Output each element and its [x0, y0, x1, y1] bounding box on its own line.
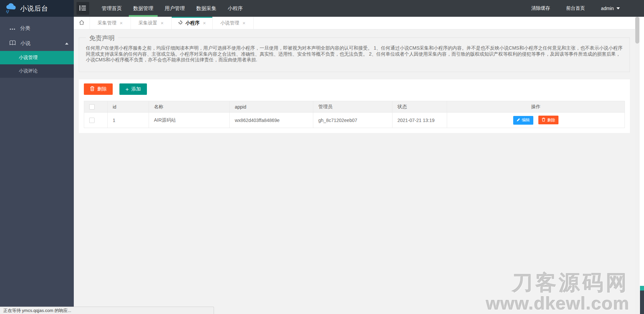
- cell-id: 1: [108, 113, 149, 128]
- column-header-name: 名称: [149, 101, 230, 113]
- delete-button[interactable]: 删除: [84, 83, 113, 95]
- nav-item-miniprogram[interactable]: 小程序: [222, 0, 249, 17]
- nav-item-user-management[interactable]: 用户管理: [159, 0, 191, 17]
- app-title: 小说后台: [20, 4, 48, 13]
- nav-item-home[interactable]: 管理首页: [96, 0, 127, 17]
- row-delete-button[interactable]: 删除: [538, 116, 558, 124]
- caret-down-icon: [616, 7, 620, 9]
- close-icon[interactable]: ×: [161, 20, 164, 26]
- watermark-line2: www.dkewl.com: [486, 294, 630, 313]
- content-scrollbar[interactable]: [635, 17, 640, 314]
- app-root: 小说后台 管理首页 数据管理 用户管理 数据采集 小程序 清除缓存 前台首页: [0, 0, 644, 314]
- row-checkbox[interactable]: [89, 118, 95, 123]
- close-icon[interactable]: ×: [120, 20, 123, 26]
- row-edit-button[interactable]: 编辑: [513, 116, 533, 125]
- menu-toggle-icon: [79, 5, 86, 12]
- select-all-checkbox[interactable]: [89, 104, 95, 110]
- novel-submenu: 小说管理 小说评论: [0, 51, 74, 78]
- sidebar-subitem-novel-comments[interactable]: 小说评论: [0, 64, 74, 78]
- plus-icon: +: [125, 86, 129, 92]
- window-scrollbar-edge[interactable]: [640, 286, 644, 314]
- chevron-up-icon: [65, 43, 68, 45]
- table-row: 1 AIR源码站 wx862d403ffa84869e gh_8c71202ee…: [84, 113, 625, 128]
- user-dropdown[interactable]: admin: [601, 6, 620, 11]
- ellipsis-icon: [9, 25, 15, 31]
- cell-status: 2021-07-21 13:19: [392, 113, 447, 128]
- miniprogram-card: 删除 + 添加 id 名称 appid: [79, 79, 630, 133]
- username: admin: [601, 6, 614, 11]
- cell-operations: 编辑 删除: [447, 113, 625, 128]
- browser-status-bubble: 正在等待 ymcs.qqjas.com 的响应...: [0, 307, 214, 314]
- disclaimer-title: 免责声明: [86, 34, 118, 43]
- tab-novel-manage[interactable]: 小说管理 ×: [213, 17, 254, 29]
- sidebar-item-novel[interactable]: 小说: [0, 36, 74, 51]
- column-header-operations: 操作: [447, 101, 625, 113]
- nav-item-data-management[interactable]: 数据管理: [127, 0, 159, 17]
- sidebar-toggle-button[interactable]: [76, 2, 89, 15]
- cloud-rain-logo-icon: [5, 3, 17, 14]
- tab-home[interactable]: [74, 17, 90, 29]
- main-menu: 管理首页 数据管理 用户管理 数据采集 小程序: [96, 0, 249, 17]
- app-logo: 小说后台: [0, 0, 74, 17]
- site-watermark: 刀客源码网 www.dkewl.com: [486, 272, 630, 313]
- column-header-id: id: [108, 101, 149, 113]
- column-header-appid: appid: [230, 101, 313, 113]
- top-navbar: 小说后台 管理首页 数据管理 用户管理 数据采集 小程序 清除缓存 前台首页: [0, 0, 644, 17]
- disclaimer-text: 任何用户在使用小程序服务之前，均应仔细阅读本声明，用户可选择不使用小程序，一旦使…: [86, 45, 623, 63]
- close-icon[interactable]: ×: [243, 20, 246, 26]
- nav-item-data-collect[interactable]: 数据采集: [191, 0, 222, 17]
- trash-icon: [90, 86, 95, 92]
- toolbar: 删除 + 添加: [84, 83, 625, 95]
- sidebar: 分类 小说 小说管理 小说评论: [0, 17, 74, 314]
- book-icon: [9, 40, 16, 47]
- navbar-right: 清除缓存 前台首页 admin: [531, 0, 644, 17]
- loading-icon: [178, 20, 183, 26]
- cell-admin: gh_8c71202eeb07: [313, 113, 392, 128]
- front-site-link[interactable]: 前台首页: [566, 5, 585, 11]
- tab-collect-manage[interactable]: 采集管理 ×: [90, 17, 131, 29]
- sidebar-item-category[interactable]: 分类: [0, 21, 74, 36]
- scroll-indicator: [640, 286, 644, 291]
- watermark-line1: 刀客源码网: [486, 272, 630, 294]
- column-header-status: 状态: [392, 101, 447, 113]
- trash-icon: [542, 118, 545, 123]
- disclaimer-panel: 免责声明 任何用户在使用小程序服务之前，均应仔细阅读本声明，用户可选择不使用小程…: [79, 38, 630, 72]
- pencil-icon: [517, 118, 520, 123]
- cell-appid: wx862d403ffa84869e: [230, 113, 313, 128]
- tab-miniprogram-active[interactable]: 小程序 ×: [172, 17, 213, 29]
- column-header-admin: 管理员: [313, 101, 392, 113]
- tab-bar: 采集管理 × 采集设置 ×: [74, 17, 635, 29]
- scrollbar-thumb[interactable]: [635, 17, 639, 44]
- home-icon: [79, 20, 85, 26]
- cell-name: AIR源码站: [149, 113, 230, 128]
- sidebar-subitem-novel-manage[interactable]: 小说管理: [0, 51, 74, 64]
- add-button[interactable]: + 添加: [119, 83, 147, 95]
- clear-cache-link[interactable]: 清除缓存: [531, 5, 550, 11]
- table-header-row: id 名称 appid 管理员 状态 操作: [84, 101, 625, 113]
- miniprogram-table: id 名称 appid 管理员 状态 操作 1 AIR源码站 wx862d403…: [84, 101, 625, 128]
- tab-collect-settings[interactable]: 采集设置 ×: [131, 17, 172, 29]
- main-content: 免责声明 任何用户在使用小程序服务之前，均应仔细阅读本声明，用户可选择不使用小程…: [74, 29, 635, 314]
- close-icon[interactable]: ×: [203, 20, 206, 26]
